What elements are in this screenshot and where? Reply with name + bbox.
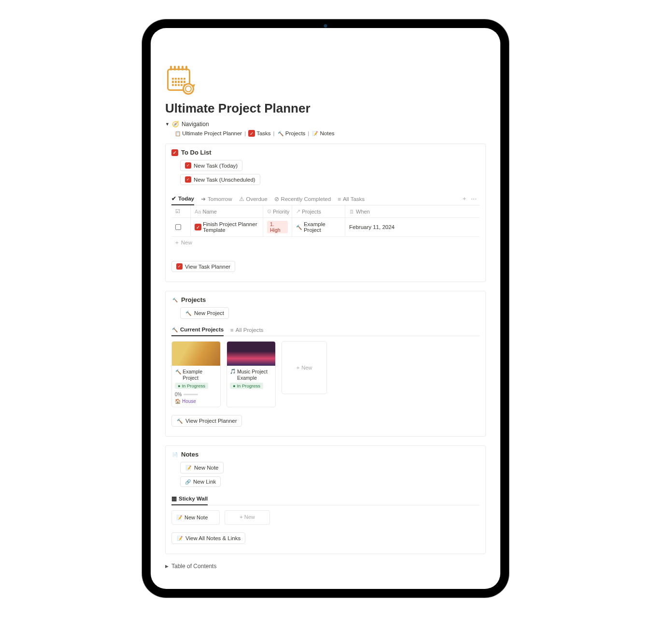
todo-section: ✓ To Do List ✓New Task (Today) ✓New Task… <box>165 143 486 282</box>
more-icon[interactable]: ⋯ <box>471 196 477 202</box>
projects-section: 🔨 Projects 🔨New Project 🔨Current Project… <box>165 291 486 437</box>
tab-current-projects[interactable]: 🔨Current Projects <box>171 324 224 336</box>
list-icon: ≡ <box>230 327 234 333</box>
sticky-note-card[interactable]: 📝New Note <box>171 510 220 525</box>
projects-heading: 🔨 Projects <box>171 296 480 303</box>
music-note-icon: 🎵 <box>230 369 236 374</box>
nav-link-projects[interactable]: 🔨 Projects <box>277 130 306 137</box>
link-icon: 🔗 <box>185 479 191 485</box>
sticky-cards: 📝New Note + New <box>171 510 480 525</box>
project-new-card[interactable]: +New <box>282 341 327 394</box>
status-tag: ● In Progress <box>175 383 208 389</box>
list-icon: ≡ <box>338 196 341 202</box>
project-card-example[interactable]: 🔨Example Project ● In Progress 0% 🏠House <box>171 341 221 407</box>
grid-icon: ▦ <box>171 495 177 502</box>
status-tag: ● In Progress <box>230 383 263 389</box>
navigation-label: Navigation <box>182 121 209 128</box>
check-icon: ✓ <box>185 162 191 169</box>
note-icon: 📝 <box>185 464 192 471</box>
priority-tag: 1. High <box>267 221 288 233</box>
todo-row[interactable]: ✓Finish Project Planner Template 1. High… <box>171 218 480 237</box>
pencil-note-icon: 📝 <box>176 535 183 542</box>
tab-today[interactable]: ✔Today <box>171 193 194 205</box>
hammer-icon: 🔨 <box>296 224 302 230</box>
check-icon: ✓ <box>176 263 183 270</box>
tab-recently-completed[interactable]: ⊘Recently Completed <box>274 193 331 205</box>
project-cards: 🔨Example Project ● In Progress 0% 🏠House… <box>171 341 480 407</box>
nav-link-notes[interactable]: 📝 Notes <box>311 130 334 137</box>
check-icon: ✓ <box>248 130 255 137</box>
todo-table-header: ☑ AaName ⊙Priority ↗Projects 🗓When <box>171 205 480 218</box>
add-icon[interactable]: + <box>463 196 466 202</box>
hammer-icon: 🔨 <box>185 310 192 316</box>
check-icon: ✓ <box>195 224 201 230</box>
navigation-links: 📋 Ultimate Project Planner | ✓ Tasks | 🔨… <box>165 130 486 137</box>
navigation-toggle[interactable]: ▼ 🧭 Navigation <box>165 121 486 128</box>
checkbox-column-icon: ☑ <box>175 208 180 215</box>
tab-all-tasks[interactable]: ≡All Tasks <box>338 194 365 204</box>
new-project-button[interactable]: 🔨New Project <box>180 307 229 319</box>
relation-icon: ↗ <box>296 208 300 215</box>
sticky-new-card[interactable]: + New <box>225 510 270 525</box>
tab-all-projects[interactable]: ≡All Projects <box>230 324 263 336</box>
pencil-note-icon: 📝 <box>311 130 318 137</box>
nav-link-planner[interactable]: 📋 Ultimate Project Planner <box>175 130 242 136</box>
plus-icon: + <box>297 365 299 371</box>
card-cover-image <box>227 342 275 366</box>
todo-heading: ✓ To Do List <box>171 149 480 156</box>
triangle-down-icon: ▼ <box>165 122 170 127</box>
house-icon: 🏠 <box>175 399 181 404</box>
progress-bar <box>184 394 198 395</box>
app-screen: Ultimate Project Planner ▼ 🧭 Navigation … <box>151 28 500 589</box>
row-checkbox[interactable] <box>175 224 181 230</box>
compass-icon: 🧭 <box>172 121 179 128</box>
tab-overdue[interactable]: ⚠Overdue <box>239 193 268 205</box>
new-note-button[interactable]: 📝New Note <box>180 462 224 473</box>
new-task-unscheduled-button[interactable]: ✓New Task (Unscheduled) <box>180 174 260 185</box>
nav-link-tasks[interactable]: ✓ Tasks <box>248 130 270 137</box>
cancel-circle-icon: ⊘ <box>274 196 279 202</box>
arrow-right-icon: ➜ <box>201 196 206 202</box>
tab-sticky-wall[interactable]: ▦Sticky Wall <box>171 493 208 505</box>
page-title: Ultimate Project Planner <box>165 101 486 116</box>
new-link-button[interactable]: 🔗New Link <box>180 476 221 487</box>
card-cover-image <box>172 342 220 366</box>
notes-section: 📄 Notes 📝New Note 🔗New Link ▦Sticky Wall… <box>165 445 486 554</box>
text-aa-icon: Aa <box>195 209 201 215</box>
triangle-right-icon: ▶ <box>165 564 169 569</box>
notes-heading: 📄 Notes <box>171 451 480 458</box>
view-project-planner-button[interactable]: 🔨View Project Planner <box>171 415 242 427</box>
tab-tomorrow[interactable]: ➜Tomorrow <box>201 193 232 205</box>
hammer-icon: 🔨 <box>277 130 284 137</box>
view-all-notes-button[interactable]: 📝View All Notes & Links <box>171 532 245 544</box>
todo-new-row[interactable]: +New <box>171 237 480 248</box>
clipboard-icon: 📋 <box>175 131 181 136</box>
camera-dot <box>324 24 327 28</box>
hammer-icon: 🔨 <box>171 326 178 333</box>
hammer-icon: 🔨 <box>175 369 181 375</box>
page-icon-calendar-target <box>165 66 486 94</box>
select-icon: ⊙ <box>267 208 271 215</box>
calendar-icon: 🗓 <box>349 209 354 215</box>
hammer-icon: 🔨 <box>176 417 183 424</box>
new-task-today-button[interactable]: ✓New Task (Today) <box>180 160 242 171</box>
check-circle-icon: ✓ <box>171 149 178 156</box>
todo-tabs: ✔Today ➜Tomorrow ⚠Overdue ⊘Recently Comp… <box>171 193 480 205</box>
notes-tabs: ▦Sticky Wall <box>171 493 480 505</box>
note-icon: 📝 <box>176 514 183 521</box>
check-circle-icon: ✔ <box>171 195 176 202</box>
plus-icon: + <box>240 514 242 520</box>
file-icon: 📄 <box>171 451 178 458</box>
tablet-frame: Ultimate Project Planner ▼ 🧭 Navigation … <box>142 19 509 598</box>
check-icon: ✓ <box>185 176 191 183</box>
projects-tabs: 🔨Current Projects ≡All Projects <box>171 324 480 336</box>
plus-icon: + <box>175 240 179 245</box>
hammer-icon: 🔨 <box>171 297 178 303</box>
table-of-contents-toggle[interactable]: ▶ Table of Contents <box>165 563 486 570</box>
project-card-music[interactable]: 🎵Music Project Example ● In Progress <box>226 341 276 407</box>
warning-icon: ⚠ <box>239 196 244 202</box>
view-task-planner-button[interactable]: ✓View Task Planner <box>171 261 235 272</box>
